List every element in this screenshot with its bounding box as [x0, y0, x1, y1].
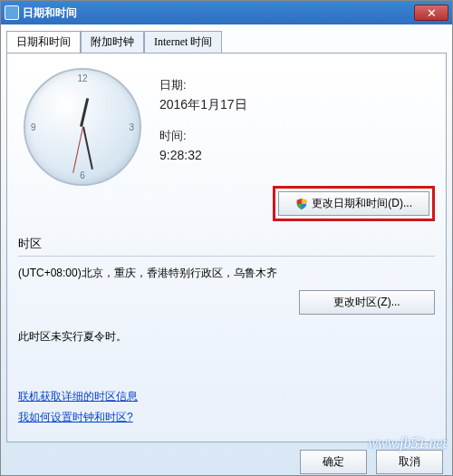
shield-icon [295, 198, 308, 210]
date-label: 日期: [159, 77, 247, 93]
hour-hand [80, 98, 89, 127]
datetime-icon [5, 5, 19, 20]
tab-datetime[interactable]: 日期和时间 [6, 31, 81, 53]
tab-panel: 12369 日期: 2016年1月17日 时间: 9:28:32 更改日期和时间… [6, 53, 447, 442]
titlebar: 日期和时间 ✕ [1, 1, 452, 24]
close-button[interactable]: ✕ [414, 5, 448, 21]
ok-button[interactable]: 确定 [300, 450, 367, 474]
change-timezone-button[interactable]: 更改时区(Z)... [299, 290, 435, 315]
links-section: 联机获取详细的时区信息 我如何设置时钟和时区? [18, 389, 138, 431]
change-datetime-button[interactable]: 更改日期和时间(D)... [278, 191, 429, 216]
window-title: 日期和时间 [23, 5, 414, 21]
timezone-heading: 时区 [18, 236, 435, 252]
link-tz-info[interactable]: 联机获取详细的时区信息 [18, 389, 138, 404]
highlight-box: 更改日期和时间(D)... [273, 186, 435, 221]
minute-hand [82, 127, 93, 170]
link-how-to[interactable]: 我如何设置时钟和时区? [18, 410, 138, 425]
cancel-button[interactable]: 取消 [376, 450, 443, 474]
tab-additional-clocks[interactable]: 附加时钟 [81, 31, 144, 53]
dialog-footer: 确定 取消 [1, 442, 452, 476]
divider [18, 256, 435, 257]
tab-internet-time[interactable]: Internet 时间 [144, 31, 222, 53]
timezone-value: (UTC+08:00)北京，重庆，香港特别行政区，乌鲁木齐 [18, 266, 277, 281]
dst-note: 此时区未实行夏令时。 [18, 329, 435, 345]
date-value: 2016年1月17日 [159, 97, 247, 113]
change-datetime-label: 更改日期和时间(D)... [312, 196, 412, 211]
time-value: 9:28:32 [159, 148, 247, 162]
second-hand [72, 127, 83, 173]
time-label: 时间: [159, 128, 247, 144]
tab-strip: 日期和时间 附加时钟 Internet 时间 [6, 30, 447, 53]
analog-clock: 12369 [24, 68, 141, 186]
